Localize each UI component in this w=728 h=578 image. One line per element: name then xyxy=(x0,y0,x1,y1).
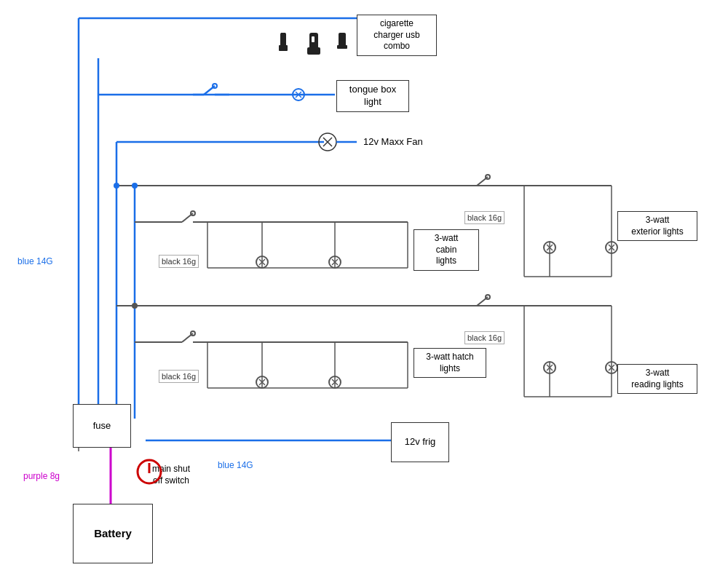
hatch-lights-label: 3-watt hatchlights xyxy=(414,348,486,378)
purple-8g-label: purple 8g xyxy=(20,470,63,484)
blue-14g-bottom-label: blue 14G xyxy=(215,459,256,473)
svg-point-87 xyxy=(114,183,119,189)
tongue-box-light-label: tongue boxlight xyxy=(336,80,409,112)
black-16g-3-label: black 16g xyxy=(159,370,199,383)
battery-label: Battery xyxy=(73,504,153,563)
fuse-box-label: fuse xyxy=(73,404,131,448)
svg-rect-101 xyxy=(337,45,347,49)
svg-rect-94 xyxy=(279,45,288,51)
black-16g-1-label: black 16g xyxy=(159,255,199,268)
black-16g-2-label: black 16g xyxy=(464,211,505,224)
cigarette-charger-label: cigarettecharger usbcombo xyxy=(357,15,437,56)
svg-rect-99 xyxy=(312,36,314,42)
maxx-fan-label: 12v Maxx Fan xyxy=(360,135,426,150)
exterior-lights-label: 3-wattexterior lights xyxy=(617,211,697,241)
svg-point-89 xyxy=(132,303,138,309)
svg-rect-98 xyxy=(307,47,320,55)
black-16g-4-label: black 16g xyxy=(464,331,505,344)
frig-label: 12v frig xyxy=(391,422,449,462)
cabin-lights-label: 3-wattcabinlights xyxy=(414,229,479,271)
blue-14g-left-label: blue 14G xyxy=(15,255,56,269)
svg-point-88 xyxy=(132,183,138,189)
reading-lights-label: 3-wattreading lights xyxy=(617,364,697,394)
